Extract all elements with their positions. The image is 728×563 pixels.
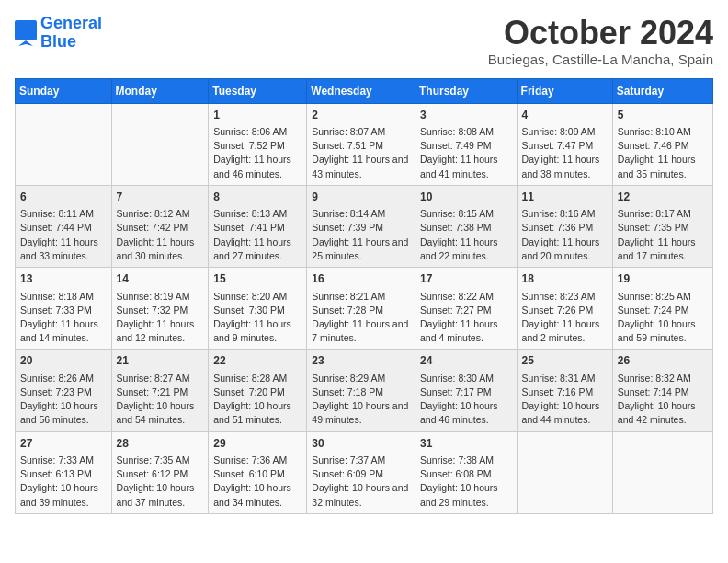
day-info-line: Sunrise: 8:27 AM: [117, 372, 204, 385]
day-number: 10: [420, 190, 512, 205]
day-info-line: Sunset: 7:14 PM: [618, 385, 708, 399]
day-number: 11: [522, 190, 608, 205]
day-info-line: Daylight: 11 hours and 20 minutes.: [522, 236, 608, 263]
day-number: 7: [117, 190, 204, 205]
calendar-cell: 9Sunrise: 8:14 AMSunset: 7:39 PMDaylight…: [307, 185, 415, 267]
day-info-line: Sunrise: 7:35 AM: [117, 454, 204, 467]
calendar-cell: 28Sunrise: 7:35 AMSunset: 6:12 PMDayligh…: [111, 431, 209, 513]
day-number: 20: [20, 353, 107, 369]
day-info-line: Daylight: 11 hours and 12 minutes.: [117, 317, 204, 345]
day-info-line: Daylight: 11 hours and 38 minutes.: [522, 153, 608, 180]
day-info-line: Sunset: 7:24 PM: [618, 304, 708, 317]
weekday-header: Thursday: [415, 78, 517, 103]
day-number: 9: [312, 190, 410, 205]
day-info-line: Sunset: 7:36 PM: [522, 221, 608, 235]
location: Buciegas, Castille-La Mancha, Spain: [488, 52, 713, 67]
day-number: 8: [213, 190, 301, 205]
calendar-cell: 31Sunrise: 7:38 AMSunset: 6:08 PMDayligh…: [415, 431, 517, 513]
logo: General Blue: [15, 15, 102, 52]
day-info-line: Sunrise: 8:17 AM: [618, 207, 708, 221]
day-info-line: Daylight: 10 hours and 42 minutes.: [618, 399, 708, 427]
day-info-line: Sunrise: 8:12 AM: [117, 207, 204, 221]
day-info-line: Daylight: 11 hours and 7 minutes.: [312, 317, 410, 345]
day-info-line: Daylight: 10 hours and 39 minutes.: [20, 481, 107, 509]
title-block: October 2024 Buciegas, Castille-La Manch…: [488, 15, 713, 67]
day-info-line: Sunrise: 8:20 AM: [213, 290, 301, 304]
day-info-line: Sunrise: 8:21 AM: [312, 290, 410, 304]
day-info-line: Sunrise: 7:36 AM: [213, 454, 301, 467]
day-info-line: Sunset: 7:23 PM: [20, 385, 107, 399]
day-info-line: Daylight: 10 hours and 29 minutes.: [420, 481, 512, 509]
day-info-line: Sunrise: 8:16 AM: [522, 207, 608, 221]
day-info-line: Sunset: 7:49 PM: [420, 139, 512, 153]
day-number: 26: [618, 353, 708, 369]
day-info-line: Sunrise: 7:38 AM: [420, 454, 512, 467]
day-number: 4: [522, 108, 608, 123]
day-info-line: Daylight: 10 hours and 56 minutes.: [20, 399, 107, 427]
calendar-cell: 11Sunrise: 8:16 AMSunset: 7:36 PMDayligh…: [517, 185, 612, 267]
day-number: 27: [20, 436, 107, 452]
day-info-line: Sunrise: 8:26 AM: [20, 372, 107, 385]
calendar-week-row: 27Sunrise: 7:33 AMSunset: 6:13 PMDayligh…: [16, 431, 713, 513]
day-info-line: Sunrise: 8:31 AM: [522, 372, 608, 385]
day-info-line: Sunrise: 8:32 AM: [618, 372, 708, 385]
day-number: 23: [312, 353, 410, 369]
day-info-line: Sunset: 7:27 PM: [420, 304, 512, 317]
calendar-cell: 21Sunrise: 8:27 AMSunset: 7:21 PMDayligh…: [111, 350, 209, 431]
day-info-line: Sunrise: 7:33 AM: [20, 454, 107, 467]
calendar-cell: 22Sunrise: 8:28 AMSunset: 7:20 PMDayligh…: [209, 350, 307, 431]
day-number: 29: [213, 436, 301, 452]
day-number: 5: [618, 108, 708, 123]
day-info-line: Daylight: 11 hours and 30 minutes.: [117, 236, 204, 263]
day-info-line: Daylight: 11 hours and 41 minutes.: [420, 153, 512, 180]
day-info-line: Daylight: 11 hours and 25 minutes.: [312, 236, 410, 263]
weekday-header: Tuesday: [209, 78, 307, 103]
day-info-line: Sunrise: 8:23 AM: [522, 290, 608, 304]
calendar-cell: 19Sunrise: 8:25 AMSunset: 7:24 PMDayligh…: [612, 268, 712, 350]
weekday-header: Friday: [517, 78, 612, 103]
day-info-line: Sunrise: 8:14 AM: [312, 207, 410, 221]
day-info-line: Sunset: 6:12 PM: [117, 467, 204, 481]
calendar-cell: 29Sunrise: 7:36 AMSunset: 6:10 PMDayligh…: [209, 431, 307, 513]
day-number: 28: [117, 436, 204, 452]
day-number: 13: [20, 271, 107, 287]
day-info-line: Sunrise: 8:06 AM: [213, 125, 301, 139]
logo-line2: Blue: [40, 33, 102, 52]
day-number: 24: [420, 353, 512, 369]
day-number: 14: [117, 271, 204, 287]
day-number: 3: [420, 108, 512, 123]
calendar-cell: 2Sunrise: 8:07 AMSunset: 7:51 PMDaylight…: [307, 103, 415, 185]
day-info-line: Sunrise: 8:25 AM: [618, 290, 708, 304]
day-info-line: Sunset: 7:18 PM: [312, 385, 410, 399]
calendar-week-row: 1Sunrise: 8:06 AMSunset: 7:52 PMDaylight…: [16, 103, 713, 185]
calendar-cell: 27Sunrise: 7:33 AMSunset: 6:13 PMDayligh…: [16, 431, 112, 513]
day-info-line: Sunset: 6:13 PM: [20, 467, 107, 481]
day-info-line: Daylight: 10 hours and 37 minutes.: [117, 481, 204, 509]
calendar-cell: 16Sunrise: 8:21 AMSunset: 7:28 PMDayligh…: [307, 268, 415, 350]
day-info-line: Sunset: 7:44 PM: [20, 221, 107, 235]
day-info-line: Sunset: 7:52 PM: [213, 139, 301, 153]
day-info-line: Daylight: 11 hours and 9 minutes.: [213, 317, 301, 345]
day-info-line: Sunrise: 8:09 AM: [522, 125, 608, 139]
calendar-cell: 7Sunrise: 8:12 AMSunset: 7:42 PMDaylight…: [111, 185, 209, 267]
day-info-line: Sunrise: 8:28 AM: [213, 372, 301, 385]
day-number: 18: [522, 271, 608, 287]
day-info-line: Daylight: 11 hours and 2 minutes.: [522, 317, 608, 345]
day-number: 19: [618, 271, 708, 287]
weekday-header: Sunday: [16, 78, 112, 103]
day-info-line: Sunset: 7:51 PM: [312, 139, 410, 153]
calendar-table: SundayMondayTuesdayWednesdayThursdayFrid…: [15, 78, 713, 514]
weekday-header: Wednesday: [307, 78, 415, 103]
calendar-cell: [517, 431, 612, 513]
calendar-cell: 12Sunrise: 8:17 AMSunset: 7:35 PMDayligh…: [612, 185, 712, 267]
day-info-line: Sunset: 7:16 PM: [522, 385, 608, 399]
day-info-line: Daylight: 11 hours and 17 minutes.: [618, 236, 708, 263]
calendar-cell: 14Sunrise: 8:19 AMSunset: 7:32 PMDayligh…: [111, 268, 209, 350]
calendar-cell: [16, 103, 112, 185]
day-info-line: Daylight: 11 hours and 22 minutes.: [420, 236, 512, 263]
day-info-line: Daylight: 11 hours and 43 minutes.: [312, 153, 410, 180]
day-info-line: Sunset: 6:09 PM: [312, 467, 410, 481]
day-info-line: Daylight: 11 hours and 35 minutes.: [618, 153, 708, 180]
month-title: October 2024: [488, 15, 713, 52]
calendar-week-row: 6Sunrise: 8:11 AMSunset: 7:44 PMDaylight…: [16, 185, 713, 267]
